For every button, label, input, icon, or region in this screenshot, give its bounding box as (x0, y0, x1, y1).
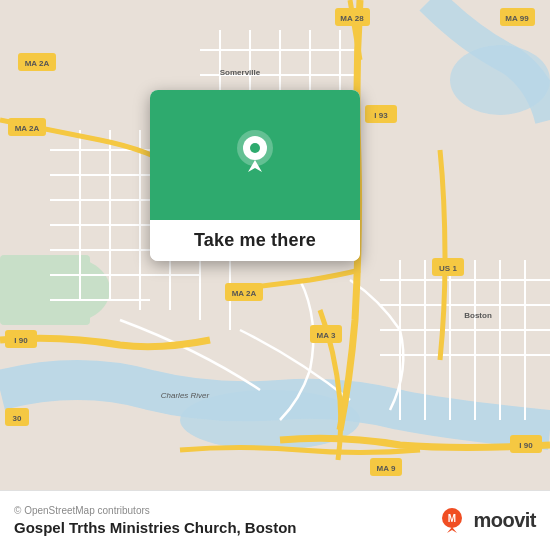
moovit-icon: M (436, 505, 468, 537)
svg-text:I 90: I 90 (519, 441, 533, 450)
location-pin-icon (228, 128, 282, 182)
moovit-logo: M moovit (436, 505, 536, 537)
svg-text:I 90: I 90 (14, 336, 28, 345)
svg-text:MA 2A: MA 2A (15, 124, 40, 133)
location-card: Take me there (150, 90, 360, 261)
svg-text:30: 30 (13, 414, 22, 423)
take-me-there-button[interactable]: Take me there (194, 230, 316, 251)
svg-text:MA 3: MA 3 (317, 331, 336, 340)
svg-text:Boston: Boston (464, 311, 492, 320)
bottom-bar: © OpenStreetMap contributors Gospel Trth… (0, 490, 550, 550)
svg-point-65 (250, 143, 260, 153)
svg-text:MA 28: MA 28 (340, 14, 364, 23)
svg-text:US 1: US 1 (439, 264, 457, 273)
svg-text:MA 2A: MA 2A (25, 59, 50, 68)
bottom-info: © OpenStreetMap contributors Gospel Trth… (14, 505, 297, 536)
svg-text:M: M (448, 513, 456, 524)
svg-text:I 93: I 93 (374, 111, 388, 120)
copyright-text: © OpenStreetMap contributors (14, 505, 297, 516)
svg-text:MA 99: MA 99 (505, 14, 529, 23)
moovit-text: moovit (473, 509, 536, 532)
card-header (150, 90, 360, 220)
svg-text:MA 2A: MA 2A (232, 289, 257, 298)
svg-point-4 (450, 45, 550, 115)
svg-text:Somerville: Somerville (220, 68, 261, 77)
card-button-area[interactable]: Take me there (150, 220, 360, 261)
place-name: Gospel Trths Ministries Church, Boston (14, 519, 297, 536)
map-container: MA 2A MA 2A MA 28 MA 99 I 93 MA 2A US 1 … (0, 0, 550, 490)
svg-rect-2 (0, 255, 90, 325)
svg-text:Charles River: Charles River (161, 391, 210, 400)
svg-text:MA 9: MA 9 (377, 464, 396, 473)
